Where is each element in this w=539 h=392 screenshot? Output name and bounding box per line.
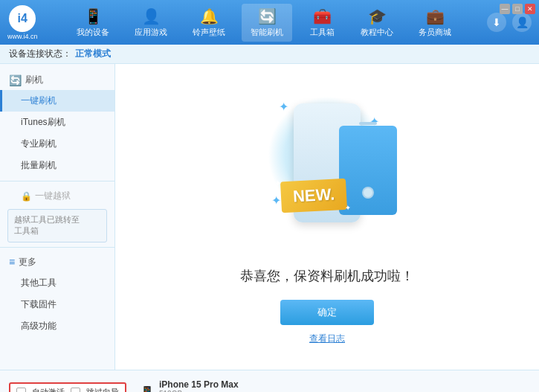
device-details: iPhone 15 Pro Max 512GB iPhone: [159, 379, 239, 393]
status-bar: 设备连接状态： 正常模式: [0, 45, 539, 64]
sparkle-3: ✦: [271, 193, 281, 208]
device-bar: 自动激活 跳过向导 📱 iPhone 15 Pro Max 512GB iPho…: [0, 370, 539, 392]
close-button[interactable]: ✕: [525, 4, 535, 14]
minimize-button[interactable]: —: [500, 4, 510, 14]
sidebar-section-more: ≡ 更多 其他工具 下载固件 高级功能: [0, 252, 114, 337]
success-message: 恭喜您，保资料刷机成功啦！: [240, 267, 414, 285]
window-controls: — □ ✕: [500, 4, 535, 14]
nav-business-label: 务员商城: [419, 27, 451, 38]
phone-speaker: [359, 122, 377, 125]
nav-ringtone-label: 铃声壁纸: [193, 27, 225, 38]
smart-flash-icon: 🔄: [258, 7, 277, 25]
toolbox-icon: 🧰: [313, 7, 332, 25]
logo: i4 www.i4.cn: [7, 5, 38, 40]
more-section-label: 更多: [19, 256, 36, 269]
business-icon: 💼: [426, 7, 445, 25]
sidebar-divider-2: [0, 247, 114, 248]
sidebar-item-pro-flash[interactable]: 专业刷机: [0, 133, 114, 155]
nav-smart-flash-label: 智能刷机: [251, 27, 283, 38]
flash-section-icon: 🔄: [9, 74, 22, 86]
logo-icon: i4: [9, 5, 36, 32]
auto-activate-label: 自动激活: [32, 387, 65, 392]
sidebar-jailbreak-header: 🔒 一键越狱: [0, 186, 114, 206]
status-mode: 正常模式: [75, 48, 111, 60]
nav-business[interactable]: 💼 务员商城: [410, 4, 460, 42]
jailbreak-notice: 越狱工具已跳转至工具箱: [7, 209, 107, 242]
flash-section-label: 刷机: [25, 74, 43, 86]
header: i4 www.i4.cn 📱 我的设备 👤 应用游戏 🔔 铃声壁纸 🔄 智能刷机…: [0, 0, 539, 45]
nav-toolbox-label: 工具箱: [310, 27, 335, 38]
nav-bar: 📱 我的设备 👤 应用游戏 🔔 铃声壁纸 🔄 智能刷机 🧰 工具箱 🎓: [49, 4, 480, 42]
new-banner: NEW.: [280, 179, 347, 213]
sidebar-flash-header: 🔄 刷机: [0, 70, 114, 90]
phone-home-button: [362, 187, 374, 199]
nav-my-device[interactable]: 📱 我的设备: [68, 4, 118, 42]
jailbreak-label: 一键越狱: [35, 190, 71, 202]
nav-app-games-label: 应用游戏: [135, 27, 167, 38]
sidebar: 🔄 刷机 一键刷机 iTunes刷机 专业刷机 批量刷机: [0, 64, 115, 370]
sidebar-item-batch-flash[interactable]: 批量刷机: [0, 155, 114, 176]
skip-guide-checkbox[interactable]: [71, 388, 80, 392]
nav-my-device-label: 我的设备: [77, 27, 109, 38]
maximize-button[interactable]: □: [512, 4, 523, 14]
device-storage: 512GB: [159, 390, 239, 393]
sidebar-section-jailbreak: 🔒 一键越狱 越狱工具已跳转至工具箱: [0, 186, 114, 242]
header-actions: ⬇ 👤: [487, 13, 532, 32]
sidebar-item-other-tools[interactable]: 其他工具: [0, 272, 114, 294]
content-area: ✦ ✦ ✦ NEW. 恭喜您，保资料刷机成功啦！ 确定 查看日志: [115, 64, 539, 370]
auto-activate-checkbox[interactable]: [16, 388, 26, 392]
tutorial-icon: 🎓: [368, 7, 387, 25]
nav-tutorial[interactable]: 🎓 教程中心: [352, 4, 402, 42]
sidebar-item-advanced[interactable]: 高级功能: [0, 315, 114, 337]
new-banner-text: NEW.: [292, 185, 335, 206]
device-icon: 📱: [140, 385, 155, 392]
nav-app-games[interactable]: 👤 应用游戏: [126, 4, 176, 42]
sidebar-item-itunes-flash[interactable]: iTunes刷机: [0, 112, 114, 133]
sparkle-1: ✦: [279, 100, 288, 114]
confirm-button[interactable]: 确定: [280, 300, 374, 325]
nav-ringtone[interactable]: 🔔 铃声壁纸: [184, 4, 234, 42]
sidebar-divider-1: [0, 181, 114, 181]
sidebar-item-one-click-flash[interactable]: 一键刷机: [0, 90, 114, 112]
phone-illustration: ✦ ✦ ✦ NEW.: [253, 89, 401, 252]
main-layout: 🔄 刷机 一键刷机 iTunes刷机 专业刷机 批量刷机: [0, 64, 539, 370]
logo-sub: www.i4.cn: [7, 33, 38, 40]
log-link[interactable]: 查看日志: [309, 332, 345, 345]
user-button[interactable]: 👤: [512, 13, 532, 32]
sidebar-item-download-firmware[interactable]: 下载固件: [0, 294, 114, 315]
ringtone-icon: 🔔: [200, 7, 219, 25]
more-section-icon: ≡: [9, 256, 15, 268]
lock-icon: 🔒: [21, 191, 32, 202]
auto-activate-area: 自动激活 跳过向导: [9, 382, 126, 392]
nav-toolbox[interactable]: 🧰 工具箱: [300, 4, 344, 42]
guide-label: 跳过向导: [86, 387, 119, 392]
download-button[interactable]: ⬇: [487, 13, 506, 32]
device-name: iPhone 15 Pro Max: [159, 379, 239, 390]
app-games-icon: 👤: [142, 7, 161, 25]
nav-tutorial-label: 教程中心: [361, 27, 393, 38]
device-info-bar: 📱 iPhone 15 Pro Max 512GB iPhone: [140, 379, 530, 393]
status-prefix: 设备连接状态：: [9, 48, 71, 60]
phone-screen: [339, 126, 397, 215]
sidebar-more-header: ≡ 更多: [0, 252, 114, 272]
nav-smart-flash[interactable]: 🔄 智能刷机: [242, 4, 292, 42]
my-device-icon: 📱: [84, 7, 103, 25]
sidebar-section-flash: 🔄 刷机 一键刷机 iTunes刷机 专业刷机 批量刷机: [0, 70, 114, 176]
